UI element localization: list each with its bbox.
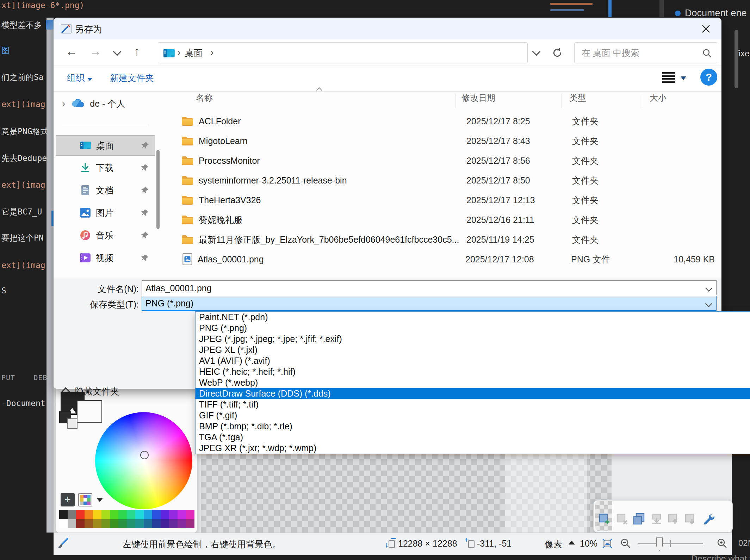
save-type-combobox[interactable]: PNG (*.png) bbox=[142, 296, 717, 311]
option-paintdotnet[interactable]: Paint.NET (*.pdn) bbox=[196, 312, 750, 323]
zoom-out-button[interactable] bbox=[620, 538, 631, 548]
palette-swatch[interactable] bbox=[93, 519, 101, 528]
back-button[interactable]: ← bbox=[66, 44, 78, 58]
palette-dropdown-arrow[interactable] bbox=[97, 498, 103, 502]
breadcrumb-separator[interactable]: › bbox=[210, 47, 213, 58]
option-bmp[interactable]: BMP (*.bmp; *.dib; *.rle) bbox=[196, 421, 750, 432]
column-header-name[interactable]: 名称 bbox=[196, 92, 213, 104]
table-row[interactable]: 最新11月修正版_by_ElzaYork_7b06be5efd06049e61f… bbox=[161, 230, 721, 249]
sidebar-item-pictures[interactable]: 图片 bbox=[56, 203, 154, 223]
add-color-button[interactable]: + bbox=[61, 493, 75, 506]
breadcrumb-location[interactable]: 桌面 bbox=[185, 47, 203, 59]
palette-swatch[interactable] bbox=[135, 519, 144, 528]
table-row[interactable]: ACLFolder 2025/12/17 8:25 文件夹 bbox=[161, 111, 721, 131]
palette-swatch[interactable] bbox=[178, 519, 186, 528]
color-wheel-selector[interactable] bbox=[140, 451, 149, 459]
palette-swatch[interactable] bbox=[85, 519, 93, 528]
filename-input[interactable]: Atlas_00001.png bbox=[142, 280, 717, 295]
palette-swatch[interactable] bbox=[169, 510, 178, 519]
palette-swatch[interactable] bbox=[127, 519, 135, 528]
palette-menu-button[interactable] bbox=[78, 493, 92, 506]
column-header-date[interactable]: 修改日期 bbox=[461, 92, 495, 104]
option-jpeg[interactable]: JPEG (*.jpg; *.jpeg; *.jpe; *.jfif; *.ex… bbox=[196, 334, 750, 344]
background-color-swatch[interactable] bbox=[77, 400, 102, 423]
palette-swatch[interactable] bbox=[169, 519, 178, 528]
pin-icon[interactable] bbox=[141, 231, 149, 239]
search-icon[interactable] bbox=[702, 48, 712, 58]
forward-button[interactable]: → bbox=[89, 44, 101, 58]
view-mode-icon[interactable] bbox=[662, 72, 675, 83]
new-folder-button[interactable]: 新建文件夹 bbox=[110, 72, 154, 84]
search-input[interactable]: 在 桌面 中搜索 bbox=[574, 42, 717, 63]
table-row[interactable]: ProcessMonitor 2025/12/17 8:56 文件夹 bbox=[161, 151, 721, 170]
palette-swatch[interactable] bbox=[93, 510, 101, 519]
sidebar-item-desktop[interactable]: 桌面 bbox=[56, 135, 155, 156]
column-header-type[interactable]: 类型 bbox=[569, 92, 586, 104]
palette-swatch[interactable] bbox=[178, 510, 186, 519]
add-layer-button[interactable] bbox=[598, 513, 611, 525]
option-gif[interactable]: GIF (*.gif) bbox=[196, 410, 750, 421]
zoom-slider-track[interactable] bbox=[638, 543, 703, 544]
unit-label[interactable]: 像素 bbox=[545, 539, 562, 550]
layer-properties-button[interactable] bbox=[702, 513, 715, 525]
option-jpegxl[interactable]: JPEG XL (*.jxl) bbox=[196, 344, 750, 355]
table-row[interactable]: 赞妮晚礼服 2025/12/16 21:11 文件夹 bbox=[161, 210, 721, 230]
merge-layer-down-button[interactable] bbox=[650, 513, 663, 525]
organize-button[interactable]: 组织 bbox=[67, 72, 92, 84]
palette-swatch[interactable] bbox=[110, 510, 118, 519]
column-header-size[interactable]: 大小 bbox=[650, 92, 667, 104]
table-row[interactable]: Atlas_00001.png 2025/12/17 12:08 PNG 文件 … bbox=[161, 249, 721, 269]
palette-swatch[interactable] bbox=[161, 519, 169, 528]
sidebar-scrollbar[interactable] bbox=[156, 150, 160, 229]
pin-icon[interactable] bbox=[141, 254, 149, 262]
option-webp[interactable]: WebP (*.webp) bbox=[196, 377, 750, 388]
sidebar-item-videos[interactable]: 视频 bbox=[56, 248, 154, 268]
address-dropdown-icon[interactable] bbox=[532, 47, 540, 56]
refresh-icon[interactable] bbox=[552, 47, 563, 58]
pin-icon[interactable] bbox=[141, 163, 149, 172]
sidebar-item-downloads[interactable]: 下载 bbox=[56, 158, 154, 178]
right-scrollbar[interactable] bbox=[734, 30, 738, 88]
palette-swatch[interactable] bbox=[59, 510, 68, 519]
sidebar-item-onedrive[interactable]: › de - 个人 bbox=[62, 96, 125, 111]
table-row[interactable]: systeminformer-3.2.25011-release-bin 202… bbox=[161, 170, 721, 190]
option-tiff[interactable]: TIFF (*.tiff; *.tif) bbox=[196, 399, 750, 410]
palette-swatch[interactable] bbox=[135, 510, 144, 519]
filename-dropdown-icon[interactable] bbox=[705, 285, 712, 292]
palette-swatch[interactable] bbox=[152, 519, 161, 528]
option-avif[interactable]: AV1 (AVIF) (*.avif) bbox=[196, 355, 750, 366]
column-separator[interactable] bbox=[562, 94, 562, 108]
palette-swatch[interactable] bbox=[101, 510, 110, 519]
palette-swatch[interactable] bbox=[68, 510, 76, 519]
palette-swatch[interactable] bbox=[59, 519, 68, 528]
delete-layer-button[interactable] bbox=[616, 513, 628, 525]
palette-swatch[interactable] bbox=[118, 510, 127, 519]
palette-swatch[interactable] bbox=[127, 510, 135, 519]
expand-chevron-icon[interactable]: › bbox=[62, 98, 65, 109]
hide-folders-button[interactable]: 隐藏文件夹 bbox=[63, 383, 119, 399]
breadcrumb[interactable]: › 桌面 › bbox=[158, 42, 528, 63]
palette-swatch[interactable] bbox=[144, 510, 152, 519]
zoom-to-window-button[interactable] bbox=[602, 538, 613, 549]
palette-swatch[interactable] bbox=[186, 519, 194, 528]
option-jpegxr[interactable]: JPEG XR (*.jxr; *.wdp; *.wmp) bbox=[196, 443, 750, 454]
pin-icon[interactable] bbox=[141, 186, 149, 194]
option-png[interactable]: PNG (*.png) bbox=[196, 323, 750, 334]
dialog-titlebar[interactable]: 另存为 bbox=[54, 18, 721, 39]
column-separator[interactable] bbox=[455, 94, 455, 108]
palette-swatch[interactable] bbox=[110, 519, 118, 528]
unit-dropdown-caret[interactable] bbox=[569, 541, 575, 545]
pin-icon[interactable] bbox=[141, 141, 150, 150]
sidebar-item-documents[interactable]: 文档 bbox=[56, 180, 154, 200]
move-layer-down-button[interactable] bbox=[684, 513, 697, 525]
palette-swatch[interactable] bbox=[85, 510, 93, 519]
move-layer-up-button[interactable] bbox=[667, 513, 680, 525]
palette-swatch[interactable] bbox=[118, 519, 127, 528]
history-chevron-icon[interactable] bbox=[113, 47, 121, 56]
palette-swatch[interactable] bbox=[76, 510, 85, 519]
table-row[interactable]: TheHerta3V326 2025/12/17 12:13 文件夹 bbox=[161, 190, 721, 210]
palette-swatch[interactable] bbox=[144, 519, 152, 528]
palette-swatch[interactable] bbox=[76, 519, 85, 528]
palette-swatch[interactable] bbox=[68, 519, 76, 528]
save-type-dropdown-icon[interactable] bbox=[705, 300, 712, 307]
